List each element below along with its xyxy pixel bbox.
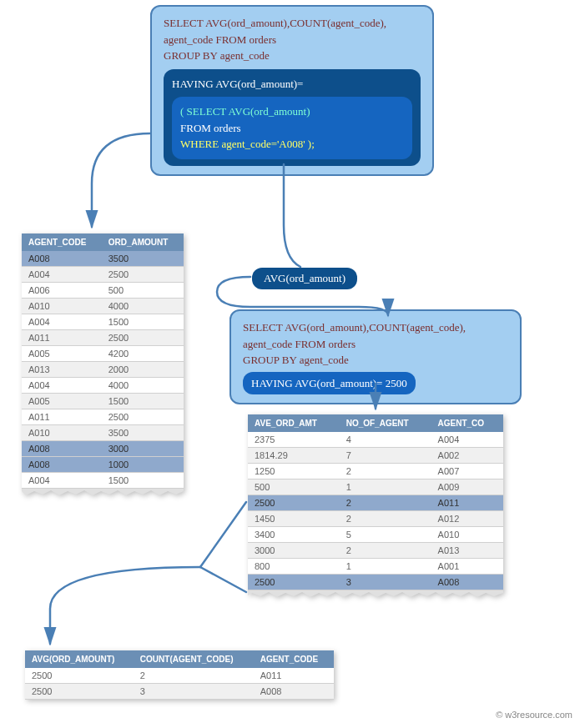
table-cell: 5 (340, 527, 431, 543)
table-cell: 3500 (102, 251, 184, 267)
table-cell: 4000 (102, 299, 184, 314)
table-cell: 7 (340, 448, 431, 464)
copyright: © w3resource.com (496, 710, 572, 720)
column-header: AVG(ORD_AMOUNT) (25, 650, 134, 668)
avg-pill: AVG(ord_amount) (252, 268, 357, 289)
table-cell: 2 (134, 668, 254, 684)
sql-line: SELECT AVG(ord_amount),COUNT(agent_code)… (164, 15, 421, 32)
sql-line: agent_code FROM orders (164, 32, 421, 48)
table-cell: 2500 (102, 267, 184, 283)
table-row: A0083500 (22, 251, 184, 267)
table-cell: 2500 (102, 330, 184, 346)
table-row: A0051500 (22, 394, 184, 409)
table-cell: 2 (340, 495, 431, 511)
table-cell: 1814.29 (248, 448, 340, 464)
table-cell: 1000 (102, 457, 184, 473)
table-cell: A011 (431, 495, 503, 511)
table-cell: 1250 (248, 464, 340, 479)
having-pill: HAVING AVG(ord_amount)= 2500 (243, 372, 416, 395)
table-cell: 1 (340, 559, 431, 575)
table-cell: 500 (102, 283, 184, 299)
sql-sub-line: FROM orders (180, 120, 404, 137)
column-header: AVE_ORD_AMT (248, 414, 340, 432)
table-cell: 2500 (248, 575, 340, 590)
subquery-box: ( SELECT AVG(ord_amount) FROM orders WHE… (172, 97, 412, 159)
sql-line: agent_code FROM orders (243, 336, 508, 353)
orders-table: AGENT_CODEORD_AMOUNT A0083500A0042500A00… (22, 233, 184, 497)
table-row: A006500 (22, 283, 184, 299)
table-cell: A005 (22, 346, 102, 362)
table-row: A0041500 (22, 473, 184, 489)
table-cell: 4 (340, 432, 431, 448)
table-cell: 3 (134, 684, 254, 700)
table-cell: 1450 (248, 511, 340, 527)
table-cell: 2 (340, 543, 431, 559)
table-cell: 1500 (102, 473, 184, 489)
table-cell: A010 (22, 299, 102, 314)
grouped-table: AVE_ORD_AMTNO_OF_AGENTAGENT_CO 23754A004… (248, 414, 503, 599)
sql-sub-line: ( SELECT AVG(ord_amount) (180, 103, 404, 120)
table-cell: A004 (22, 473, 102, 489)
table-cell: A004 (22, 267, 102, 283)
table-cell: A004 (22, 378, 102, 394)
table-cell: 800 (248, 559, 340, 575)
table-cell: A008 (22, 441, 102, 457)
table-cell: A010 (431, 527, 503, 543)
table-row: 25003A008 (248, 575, 503, 590)
table-row: 30002A013 (248, 543, 503, 559)
table-cell: 3 (340, 575, 431, 590)
table-row: A0104000 (22, 299, 184, 314)
table-cell: A008 (22, 457, 102, 473)
column-header: AGENT_CO (431, 414, 503, 432)
table-cell: 1500 (102, 394, 184, 409)
table-cell: 2 (340, 464, 431, 479)
table-cell: 2 (340, 511, 431, 527)
table-cell: A004 (431, 432, 503, 448)
table-cell: 2500 (102, 409, 184, 425)
table-row: 8001A001 (248, 559, 503, 575)
column-header: ORD_AMOUNT (102, 233, 184, 251)
table-row: 25002A011 (25, 668, 334, 684)
table-cell: A011 (22, 409, 102, 425)
result-table: AVG(ORD_AMOUNT)COUNT(AGENT_CODE)AGENT_CO… (25, 650, 334, 700)
table-cell: A008 (431, 575, 503, 590)
column-header: AGENT_CODE (254, 650, 334, 668)
table-cell: A002 (431, 448, 503, 464)
column-header: NO_OF_AGENT (340, 414, 431, 432)
table-row: 25002A011 (248, 495, 503, 511)
table-row: 12502A007 (248, 464, 503, 479)
table-row: A0081000 (22, 457, 184, 473)
query-box-resolved: SELECT AVG(ord_amount),COUNT(agent_code)… (229, 309, 522, 404)
table-cell: A011 (22, 330, 102, 346)
table-cell: 1500 (102, 314, 184, 330)
sql-having: HAVING AVG(ord_amount)= (172, 76, 412, 93)
table-cell: A012 (431, 511, 503, 527)
table-cell: 2500 (248, 495, 340, 511)
table-cell: 4000 (102, 378, 184, 394)
table-row: 14502A012 (248, 511, 503, 527)
column-header: COUNT(AGENT_CODE) (134, 650, 254, 668)
table-row: 34005A010 (248, 527, 503, 543)
table-cell: 2375 (248, 432, 340, 448)
sql-line: GROUP BY agent_code (243, 352, 508, 369)
table-cell: A004 (22, 314, 102, 330)
table-row: A0042500 (22, 267, 184, 283)
table-row: 1814.297A002 (248, 448, 503, 464)
table-row: A0112500 (22, 409, 184, 425)
table-cell: 2500 (25, 684, 134, 700)
table-cell: 500 (248, 479, 340, 495)
having-clause-box: HAVING AVG(ord_amount)= ( SELECT AVG(ord… (164, 69, 421, 166)
table-cell: A008 (254, 684, 334, 700)
table-row: 23754A004 (248, 432, 503, 448)
table-cell: A010 (22, 425, 102, 441)
query-box-outer: SELECT AVG(ord_amount),COUNT(agent_code)… (150, 5, 434, 176)
table-cell: A011 (254, 668, 334, 684)
table-row: 25003A008 (25, 684, 334, 700)
table-cell: 1 (340, 479, 431, 495)
table-row: 5001A009 (248, 479, 503, 495)
table-row: A0054200 (22, 346, 184, 362)
table-cell: A008 (22, 251, 102, 267)
table-cell: 4200 (102, 346, 184, 362)
sql-line: GROUP BY agent_code (164, 48, 421, 64)
table-cell: A001 (431, 559, 503, 575)
